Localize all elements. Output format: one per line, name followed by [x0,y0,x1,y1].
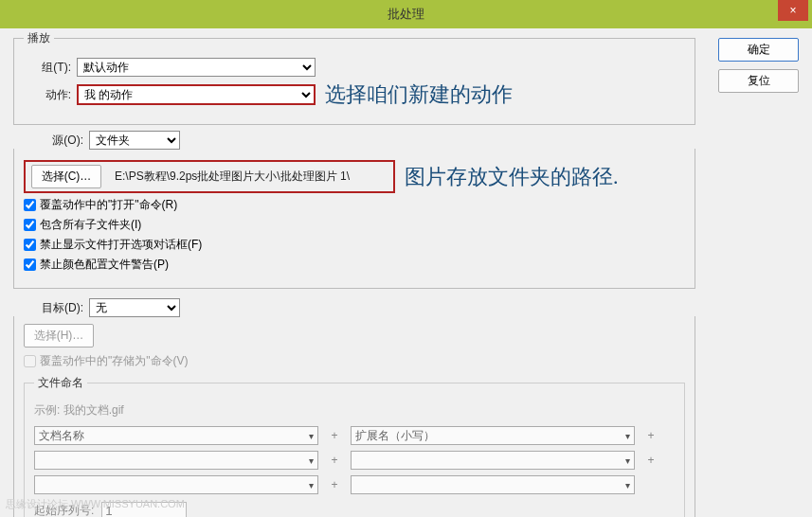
override-save-row: 覆盖动作中的"存储为"命令(V) [24,353,685,369]
set-select[interactable]: 默认动作 [77,58,316,77]
include-subfolders-checkbox[interactable] [24,219,36,231]
suppress-open-dialog-checkbox[interactable] [24,239,36,251]
naming-field-2[interactable]: 扩展名（小写）▾ [351,426,635,445]
plus-icon: + [328,429,341,442]
titlebar: 批处理 × [0,0,812,28]
plus-icon: + [328,454,341,467]
path-annotation: 图片存放文件夹的路径. [405,163,619,191]
chevron-down-icon: ▾ [625,480,630,490]
suppress-color-warning-label: 禁止颜色配置文件警告(P) [40,257,169,273]
include-subfolders-label: 包含所有子文件夹(I) [40,217,141,233]
watermark: 思缘设计论坛 WWW.MISSYUAN.COM [6,497,185,511]
override-save-checkbox [24,355,36,367]
choose-source-button[interactable]: 选择(C)… [31,165,101,188]
source-select[interactable]: 文件夹 [89,131,180,150]
destination-group: 选择(H)… 覆盖动作中的"存储为"命令(V) 文件命名 示例: 我的文档.gi… [13,316,695,517]
file-naming-group: 文件命名 示例: 我的文档.gif 文档名称▾ + 扩展名（小写）▾ + ▾ +… [24,375,685,517]
plus-icon: + [328,478,341,491]
naming-field-6[interactable]: ▾ [351,475,635,494]
window-title: 批处理 [0,6,812,23]
naming-field-1[interactable]: 文档名称▾ [34,426,318,445]
chevron-down-icon: ▾ [309,480,314,490]
naming-field-4[interactable]: ▾ [351,451,635,470]
destination-label: 目标(D): [36,300,89,316]
set-label: 组(T): [24,60,77,76]
destination-select[interactable]: 无 [89,298,180,317]
override-open-label: 覆盖动作中的"打开"命令(R) [40,197,177,213]
naming-field-3[interactable]: ▾ [34,451,318,470]
naming-field-5[interactable]: ▾ [34,475,318,494]
action-select[interactable]: 我 的动作 [77,84,316,105]
suppress-open-dialog-row[interactable]: 禁止显示文件打开选项对话框(F) [24,237,685,253]
override-save-label: 覆盖动作中的"存储为"命令(V) [40,353,189,369]
chevron-down-icon: ▾ [625,455,630,466]
close-icon: × [789,4,796,17]
play-group: 播放 组(T): 默认动作 动作: 我 的动作 选择咱们新建的动作 [13,30,695,125]
naming-example: 示例: 我的文档.gif [34,402,675,419]
source-group: 选择(C)… E:\PS教程\9.2ps批处理图片大小\批处理图片 1\ 图片存… [13,149,695,289]
source-path-highlight: 选择(C)… E:\PS教程\9.2ps批处理图片大小\批处理图片 1\ [24,160,395,193]
file-naming-legend: 文件命名 [34,375,87,391]
chevron-down-icon: ▾ [625,431,630,441]
ok-button[interactable]: 确定 [718,38,799,62]
override-open-row[interactable]: 覆盖动作中的"打开"命令(R) [24,197,685,213]
action-annotation: 选择咱们新建的动作 [325,80,513,109]
plus-icon: + [644,429,658,442]
plus-icon: + [644,454,658,467]
source-label: 源(O): [36,133,89,149]
choose-destination-button[interactable]: 选择(H)… [24,324,94,348]
play-legend: 播放 [24,30,54,46]
close-button[interactable]: × [778,0,808,21]
reset-button[interactable]: 复位 [718,69,799,93]
override-open-checkbox[interactable] [24,199,36,211]
include-subfolders-row[interactable]: 包含所有子文件夹(I) [24,217,685,233]
action-label: 动作: [24,87,77,103]
suppress-color-warning-row[interactable]: 禁止颜色配置文件警告(P) [24,257,685,273]
source-path: E:\PS教程\9.2ps批处理图片大小\批处理图片 1\ [115,169,350,185]
suppress-color-warning-checkbox[interactable] [24,258,36,271]
chevron-down-icon: ▾ [309,431,314,441]
chevron-down-icon: ▾ [309,455,314,466]
suppress-open-dialog-label: 禁止显示文件打开选项对话框(F) [40,237,202,253]
